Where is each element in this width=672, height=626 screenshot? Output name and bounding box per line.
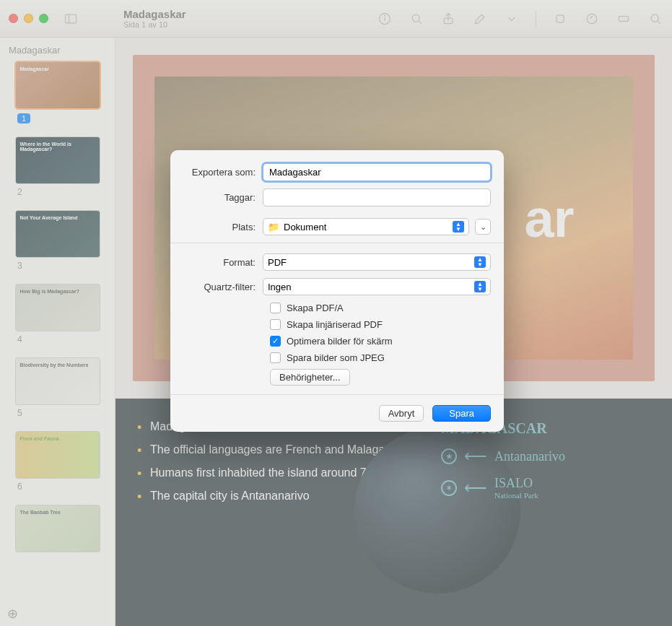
location-select[interactable]: 📁 Dokument ▲▼ [263,218,469,235]
checkbox-create-pdfa[interactable] [270,303,281,313]
dialog-divider [170,243,504,243]
export-as-label: Exportera som: [183,167,263,178]
format-value: PDF [268,257,287,268]
permissions-button[interactable]: Behörigheter... [270,369,350,386]
checkbox-optimize-images[interactable] [270,336,281,347]
quartz-filter-label: Quartz-filter: [183,282,263,292]
checkbox-linearized-label: Skapa linjäriserad PDF [287,319,383,330]
format-select[interactable]: PDF ▲▼ [263,253,491,271]
save-button[interactable]: Spara [432,405,491,422]
location-value: Dokument [284,222,326,232]
format-label: Format: [183,257,263,268]
location-label: Plats: [183,222,263,232]
export-dialog: Exportera som: Taggar: Plats: 📁 Dokument… [170,150,504,432]
expand-location-button[interactable]: ⌄ [475,219,491,235]
filter-value: Ingen [268,282,292,292]
quartz-filter-select[interactable]: Ingen ▲▼ [263,278,491,295]
checkbox-optimize-images-label: Optimera bilder för skärm [287,336,393,347]
select-arrows-icon: ▲▼ [453,221,464,232]
folder-icon: 📁 [268,222,279,232]
checkbox-save-jpeg[interactable] [270,352,281,363]
cancel-button[interactable]: Avbryt [379,405,424,422]
checkbox-linearized[interactable] [270,319,281,330]
export-filename-input[interactable] [263,163,491,181]
tags-label: Taggar: [183,192,263,203]
checkbox-save-jpeg-label: Spara bilder som JPEG [287,352,385,363]
select-arrows-icon: ▲▼ [474,281,486,292]
tags-input[interactable] [263,188,491,207]
select-arrows-icon: ▲▼ [474,256,486,268]
checkbox-create-pdfa-label: Skapa PDF/A [287,303,344,313]
dialog-divider [170,394,504,395]
